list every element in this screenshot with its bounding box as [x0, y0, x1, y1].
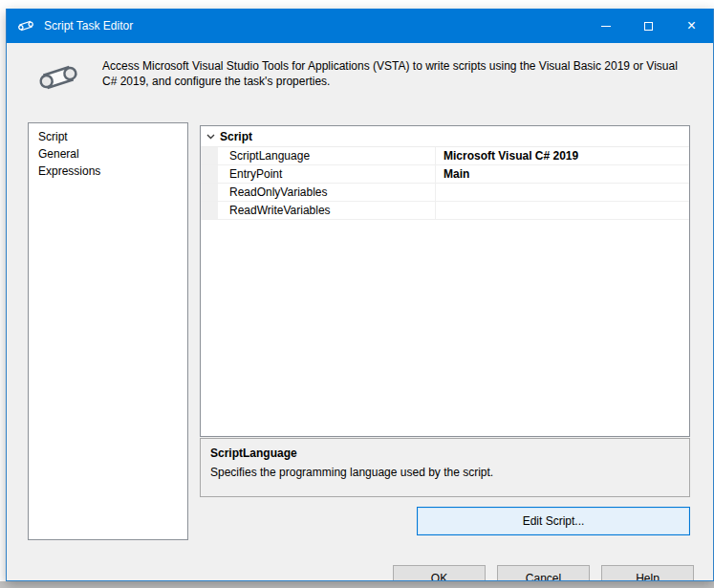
- property-grid: Script ScriptLanguage Microsoft Visual C…: [200, 125, 690, 437]
- minimize-icon: [601, 26, 611, 27]
- screen: { "window": { "title": "Script Task Edit…: [0, 0, 714, 588]
- property-name: ScriptLanguage: [218, 147, 436, 164]
- dialog-header: Access Microsoft Visual Studio Tools for…: [7, 43, 713, 118]
- property-value[interactable]: Microsoft Visual C# 2019: [436, 147, 689, 164]
- edit-script-button[interactable]: Edit Script...: [417, 507, 690, 535]
- property-help-panel: ScriptLanguage Specifies the programming…: [200, 438, 690, 497]
- category-label: Script: [220, 130, 252, 143]
- page-list: Script General Expressions: [28, 122, 188, 540]
- help-title: ScriptLanguage: [210, 446, 680, 460]
- nav-item-script[interactable]: Script: [29, 129, 187, 146]
- dialog-description: Access Microsoft Visual Studio Tools for…: [102, 58, 693, 89]
- titlebar[interactable]: Script Task Editor ×: [7, 9, 713, 43]
- property-row[interactable]: ReadOnlyVariables: [201, 184, 689, 202]
- close-icon: ×: [687, 18, 696, 33]
- row-indent: [201, 165, 218, 183]
- script-scroll-icon: [16, 16, 35, 35]
- property-name: EntryPoint: [218, 165, 436, 183]
- help-button[interactable]: Help: [601, 565, 694, 581]
- script-task-editor-dialog: Script Task Editor × Access Microsoft Vi…: [6, 9, 714, 581]
- script-scroll-icon: [35, 54, 81, 100]
- minimize-button[interactable]: [584, 9, 627, 43]
- help-text: Specifies the programming language used …: [210, 466, 680, 480]
- maximize-icon: [644, 22, 653, 31]
- close-button[interactable]: ×: [670, 9, 713, 43]
- nav-item-expressions[interactable]: Expressions: [29, 163, 187, 181]
- property-name: ReadWriteVariables: [218, 202, 436, 219]
- property-row[interactable]: EntryPoint Main: [201, 165, 689, 184]
- row-indent: [201, 184, 218, 201]
- row-indent: [201, 202, 218, 219]
- window-controls: ×: [584, 9, 713, 43]
- property-row[interactable]: ReadWriteVariables: [201, 202, 689, 220]
- category-row[interactable]: Script: [201, 126, 689, 147]
- cancel-button[interactable]: Cancel: [497, 565, 590, 581]
- property-row[interactable]: ScriptLanguage Microsoft Visual C# 2019: [201, 147, 689, 165]
- ok-button[interactable]: OK: [393, 565, 486, 581]
- chevron-down-icon[interactable]: [201, 134, 220, 140]
- property-value[interactable]: [436, 184, 689, 201]
- nav-item-general[interactable]: General: [29, 146, 187, 163]
- property-value[interactable]: Main: [436, 165, 689, 183]
- window-title: Script Task Editor: [44, 19, 133, 33]
- property-value[interactable]: [436, 202, 689, 219]
- row-indent: [201, 147, 218, 164]
- maximize-button[interactable]: [627, 9, 670, 43]
- property-name: ReadOnlyVariables: [218, 184, 436, 201]
- background-strip: [0, 581, 714, 588]
